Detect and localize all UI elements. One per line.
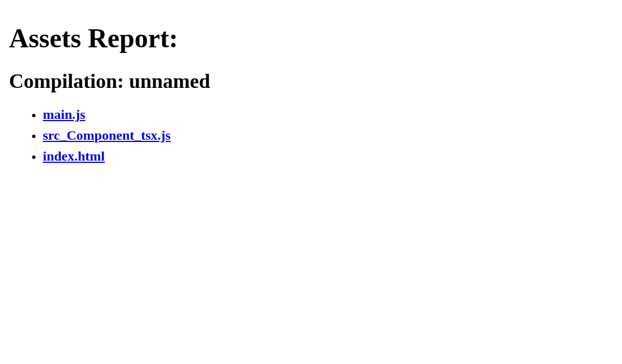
- list-item: main.js: [43, 104, 617, 125]
- list-item: src_Component_tsx.js: [43, 125, 617, 146]
- asset-link[interactable]: main.js: [43, 107, 85, 122]
- compilation-heading: Compilation: unnamed: [9, 69, 617, 93]
- list-item: index.html: [43, 146, 617, 167]
- assets-list: main.js src_Component_tsx.js index.html: [9, 104, 617, 167]
- page-title: Assets Report:: [9, 23, 617, 54]
- asset-link[interactable]: src_Component_tsx.js: [43, 128, 171, 143]
- asset-link[interactable]: index.html: [43, 149, 105, 163]
